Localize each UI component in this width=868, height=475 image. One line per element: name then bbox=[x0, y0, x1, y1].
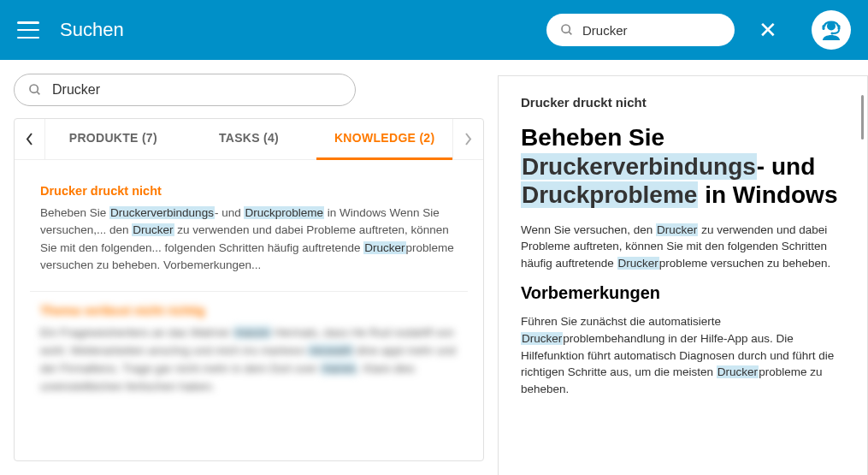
svg-point-0 bbox=[562, 25, 570, 33]
svg-point-5 bbox=[831, 33, 834, 35]
chevron-left-icon bbox=[26, 133, 33, 145]
article-paragraph: Wenn Sie versuchen, den Drucker zu verwe… bbox=[521, 222, 845, 272]
search-panel: PRODUKTE (7) TASKS (4) KNOWLEDGE (2) Dru… bbox=[0, 60, 498, 475]
tabs-header: PRODUKTE (7) TASKS (4) KNOWLEDGE (2) bbox=[15, 119, 483, 160]
tab-tasks[interactable]: TASKS (4) bbox=[181, 118, 317, 160]
article-title: Beheben Sie Druckerverbindungs- und Druc… bbox=[521, 123, 845, 210]
highlight: Druckerverbindungs bbox=[521, 153, 757, 180]
results-container: PRODUKTE (7) TASKS (4) KNOWLEDGE (2) Dru… bbox=[14, 118, 484, 461]
highlight: Drucker bbox=[656, 223, 698, 236]
search-icon bbox=[28, 83, 42, 97]
highlight: Druckprobleme bbox=[521, 181, 698, 208]
tab-produkte[interactable]: PRODUKTE (7) bbox=[45, 118, 181, 160]
tab-knowledge[interactable]: KNOWLEDGE (2) bbox=[316, 118, 452, 160]
search-icon bbox=[560, 23, 574, 37]
article-heading: Vorbemerkungen bbox=[521, 283, 845, 303]
result-title: Drucker druckt nicht bbox=[40, 184, 458, 198]
locked-title: Thema verlässt nicht richtig bbox=[40, 304, 458, 318]
tabs-prev-button[interactable] bbox=[15, 119, 45, 159]
result-card-locked[interactable]: Thema verlässt nicht richtig Ein Fragewe… bbox=[30, 292, 468, 413]
tabs-next-button[interactable] bbox=[452, 119, 483, 159]
header-search-input[interactable] bbox=[582, 23, 721, 38]
svg-point-6 bbox=[30, 85, 38, 92]
result-card[interactable]: Drucker druckt nicht Beheben Sie Drucker… bbox=[30, 172, 468, 292]
svg-line-7 bbox=[37, 92, 39, 94]
headset-icon bbox=[818, 16, 845, 44]
header-title: Suchen bbox=[60, 19, 124, 41]
header-search[interactable] bbox=[546, 14, 735, 46]
menu-button[interactable] bbox=[17, 21, 39, 39]
article-panel: Drucker druckt nicht Beheben Sie Drucker… bbox=[498, 75, 868, 475]
chevron-right-icon bbox=[464, 133, 472, 145]
main-search[interactable] bbox=[14, 74, 356, 106]
svg-rect-3 bbox=[823, 25, 825, 30]
highlight: Drucker bbox=[521, 332, 563, 345]
highlight: Druckprobleme bbox=[244, 206, 324, 219]
content: PRODUKTE (7) TASKS (4) KNOWLEDGE (2) Dru… bbox=[0, 60, 868, 475]
main-search-input[interactable] bbox=[52, 82, 341, 98]
article-paragraph: Führen Sie zunächst die automatisierte D… bbox=[521, 313, 845, 397]
close-button[interactable]: ✕ bbox=[755, 17, 781, 44]
highlight: Drucker bbox=[363, 241, 405, 254]
svg-rect-4 bbox=[838, 25, 841, 30]
highlight: Druckerverbindungs bbox=[109, 206, 215, 219]
highlight: Drucker bbox=[617, 257, 659, 270]
highlight: Drucker bbox=[717, 365, 759, 378]
svg-line-1 bbox=[569, 32, 571, 34]
article-subtitle: Drucker druckt nicht bbox=[521, 95, 845, 110]
tabs: PRODUKTE (7) TASKS (4) KNOWLEDGE (2) bbox=[45, 118, 452, 160]
results-list: Drucker druckt nicht Beheben Sie Drucker… bbox=[15, 160, 483, 425]
result-snippet: Beheben Sie Druckerverbindungs- und Druc… bbox=[40, 205, 458, 274]
avatar[interactable] bbox=[812, 10, 851, 50]
highlight: Drucker bbox=[132, 223, 174, 236]
locked-snippet: Ein Fragewesheriters an das Walrner mass… bbox=[40, 324, 458, 396]
scrollbar[interactable] bbox=[861, 95, 864, 140]
app-header: Suchen ✕ bbox=[0, 0, 868, 60]
